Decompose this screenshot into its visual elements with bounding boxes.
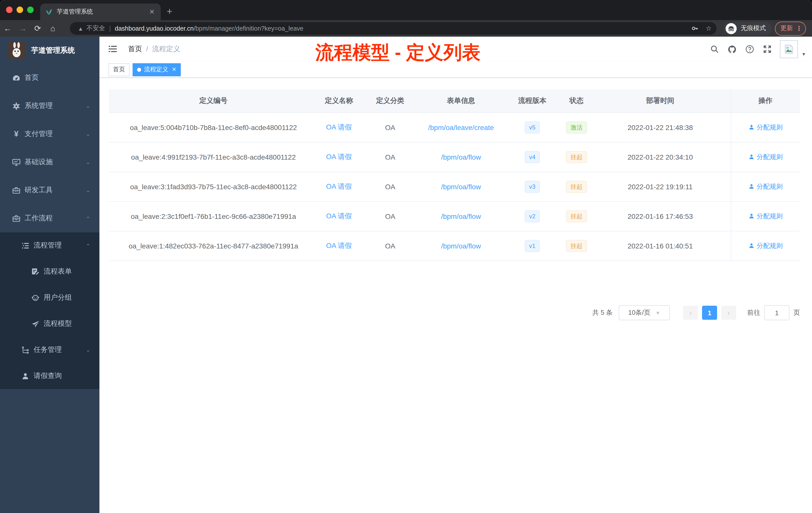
bookmark-star-icon[interactable]: ☆ bbox=[706, 25, 712, 32]
assign-rule-button[interactable]: 分配规则 bbox=[748, 123, 783, 132]
table-row: oa_leave:3:1fad3d93-7b75-11ec-a3c8-acde4… bbox=[109, 172, 800, 202]
col-definition-name: 定义名称 bbox=[318, 89, 360, 113]
form-link[interactable]: /bpm/oa/flow bbox=[441, 183, 481, 191]
window-controls[interactable] bbox=[6, 6, 34, 13]
browser-menu-icon[interactable]: ⋮ bbox=[796, 25, 802, 32]
sidebar-menu: 首页 系统管理 ⌄ ¥ 支付管理 ⌄ 基础设施 ⌄ bbox=[0, 64, 99, 389]
deploy-time: 2022-01-22 21:48:38 bbox=[590, 113, 731, 142]
definition-name-link[interactable]: OA 请假 bbox=[326, 182, 352, 190]
url-bar[interactable]: ▲ 不安全 | dashboard.yudao.iocoder.cn/bpm/m… bbox=[70, 22, 717, 35]
definition-name-link[interactable]: OA 请假 bbox=[326, 241, 352, 249]
github-icon[interactable] bbox=[728, 45, 737, 54]
chevron-up-icon: ⌃ bbox=[86, 243, 90, 248]
sidebar-item-label: 用户分组 bbox=[44, 293, 72, 302]
breadcrumb: 首页/流程定义 bbox=[128, 45, 180, 54]
sidebar-item-label: 系统管理 bbox=[25, 101, 53, 111]
form-link[interactable]: /bpm/oa/flow bbox=[441, 212, 481, 220]
sidebar-item-home[interactable]: 首页 bbox=[0, 64, 99, 92]
sidebar-item-infra[interactable]: 基础设施 ⌄ bbox=[0, 148, 99, 176]
sidebar-item-devtools[interactable]: 研发工具 ⌄ bbox=[0, 176, 99, 204]
browser-tabstrip: 芋道管理系统 ✕ + bbox=[0, 0, 812, 20]
version-badge[interactable]: v1 bbox=[524, 240, 540, 252]
incognito-label: 无痕模式 bbox=[741, 24, 766, 33]
sidebar-item-payment[interactable]: ¥ 支付管理 ⌄ bbox=[0, 120, 99, 148]
tag-label: 首页 bbox=[113, 65, 125, 74]
search-icon[interactable] bbox=[710, 45, 719, 54]
deploy-time: 2022-01-16 01:40:51 bbox=[590, 231, 731, 261]
version-badge[interactable]: v2 bbox=[524, 210, 540, 222]
version-badge[interactable]: v3 bbox=[524, 181, 540, 193]
fullscreen-icon[interactable] bbox=[763, 45, 772, 54]
tag-close-icon[interactable]: ✕ bbox=[172, 66, 176, 73]
user-avatar[interactable] bbox=[780, 40, 798, 58]
table-row: oa_leave:1:482ec033-762a-11ec-8477-a2380… bbox=[109, 231, 800, 261]
active-dot bbox=[137, 67, 141, 71]
form-link[interactable]: /bpm/oa/flow bbox=[441, 153, 481, 161]
minimize-window-button[interactable] bbox=[17, 6, 23, 13]
back-icon[interactable]: ← bbox=[0, 24, 15, 33]
browser-tab[interactable]: 芋道管理系统 ✕ bbox=[40, 3, 161, 20]
prev-page-button[interactable]: ‹ bbox=[683, 306, 698, 320]
form-link[interactable]: /bpm/oa/leave/create bbox=[428, 123, 494, 131]
avatar-caret-icon[interactable]: ▼ bbox=[802, 52, 806, 57]
yen-icon: ¥ bbox=[12, 130, 21, 138]
chevron-down-icon: ⌄ bbox=[86, 131, 90, 137]
sidebar-logo[interactable]: 芋道管理系统 bbox=[0, 37, 99, 64]
sidebar: 芋道管理系统 首页 系统管理 ⌄ ¥ 支付管理 ⌄ bbox=[0, 37, 99, 513]
definition-category: OA bbox=[360, 202, 420, 231]
sidebar-item-task-mgmt[interactable]: 任务管理 ⌄ bbox=[0, 337, 99, 363]
password-key-icon[interactable] bbox=[691, 25, 699, 32]
current-page-button[interactable]: 1 bbox=[702, 306, 717, 320]
definition-table: 定义编号 定义名称 定义分类 表单信息 流程版本 状态 部署时间 操作 oa_l bbox=[109, 89, 800, 261]
navbar-icons: TT bbox=[710, 37, 788, 62]
sidebar-item-system[interactable]: 系统管理 ⌄ bbox=[0, 92, 99, 120]
assign-rule-button[interactable]: 分配规则 bbox=[748, 212, 783, 221]
sidebar-item-process-model[interactable]: 流程模型 bbox=[0, 311, 99, 337]
sidebar-item-label: 基础设施 bbox=[25, 158, 53, 167]
form-link[interactable]: /bpm/oa/flow bbox=[441, 242, 481, 250]
breadcrumb-home[interactable]: 首页 bbox=[128, 45, 142, 53]
zoom-window-button[interactable] bbox=[27, 6, 34, 13]
goto-page-input[interactable] bbox=[764, 305, 789, 320]
sidebar-item-process-form[interactable]: 流程表单 bbox=[0, 259, 99, 284]
version-badge[interactable]: v5 bbox=[524, 121, 540, 133]
tag-process-definition[interactable]: 流程定义 ✕ bbox=[133, 63, 181, 76]
sidebar-item-label: 首页 bbox=[25, 73, 39, 82]
reload-icon[interactable]: ⟳ bbox=[30, 24, 45, 33]
toolbox-icon bbox=[12, 186, 21, 194]
definition-name-link[interactable]: OA 请假 bbox=[326, 212, 352, 220]
assign-rule-button[interactable]: 分配规则 bbox=[748, 153, 783, 162]
definition-id: oa_leave:1:482ec033-762a-11ec-8477-a2380… bbox=[109, 231, 318, 261]
new-tab-button[interactable]: + bbox=[167, 5, 172, 18]
deploy-time: 2022-01-22 20:34:10 bbox=[590, 142, 731, 172]
forward-icon[interactable]: → bbox=[15, 24, 30, 33]
sidebar-item-workflow[interactable]: 工作流程 ⌃ bbox=[0, 204, 99, 233]
sidebar-item-leave-query[interactable]: 请假查询 bbox=[0, 363, 99, 389]
next-page-button[interactable]: › bbox=[721, 306, 736, 320]
close-window-button[interactable] bbox=[6, 6, 12, 13]
sidebar-toggle-icon[interactable] bbox=[108, 44, 117, 54]
tab-title: 芋道管理系统 bbox=[57, 7, 148, 16]
tag-home[interactable]: 首页 bbox=[109, 63, 129, 76]
assign-rule-button[interactable]: 分配规则 bbox=[748, 241, 783, 250]
sidebar-item-label: 工作流程 bbox=[25, 214, 53, 223]
person-icon bbox=[21, 372, 30, 380]
sidebar-item-process-mgmt[interactable]: 流程管理 ⌃ bbox=[0, 233, 99, 259]
home-icon[interactable]: ⌂ bbox=[45, 24, 60, 33]
sidebar-item-user-group[interactable]: 用户分组 bbox=[0, 284, 99, 311]
user-icon bbox=[748, 213, 755, 220]
tab-close-icon[interactable]: ✕ bbox=[148, 8, 156, 16]
help-icon[interactable] bbox=[746, 45, 754, 54]
browser-update-button[interactable]: 更新 ⋮ bbox=[775, 21, 806, 35]
version-badge[interactable]: v4 bbox=[524, 151, 540, 163]
security-label[interactable]: 不安全 bbox=[86, 24, 105, 33]
total-count: 共 5 条 bbox=[592, 308, 613, 317]
briefcase-icon bbox=[12, 214, 21, 222]
definition-id: oa_leave:2:3c1f0ef1-76b1-11ec-9c66-a2380… bbox=[109, 202, 318, 231]
definition-name-link[interactable]: OA 请假 bbox=[326, 123, 352, 131]
page-size-value: 10条/页 bbox=[628, 308, 650, 317]
assign-rule-button[interactable]: 分配规则 bbox=[748, 182, 783, 191]
definition-name-link[interactable]: OA 请假 bbox=[326, 153, 352, 161]
page-size-select[interactable]: 10条/页 ▼ bbox=[619, 305, 670, 320]
broken-image-icon bbox=[783, 44, 794, 55]
